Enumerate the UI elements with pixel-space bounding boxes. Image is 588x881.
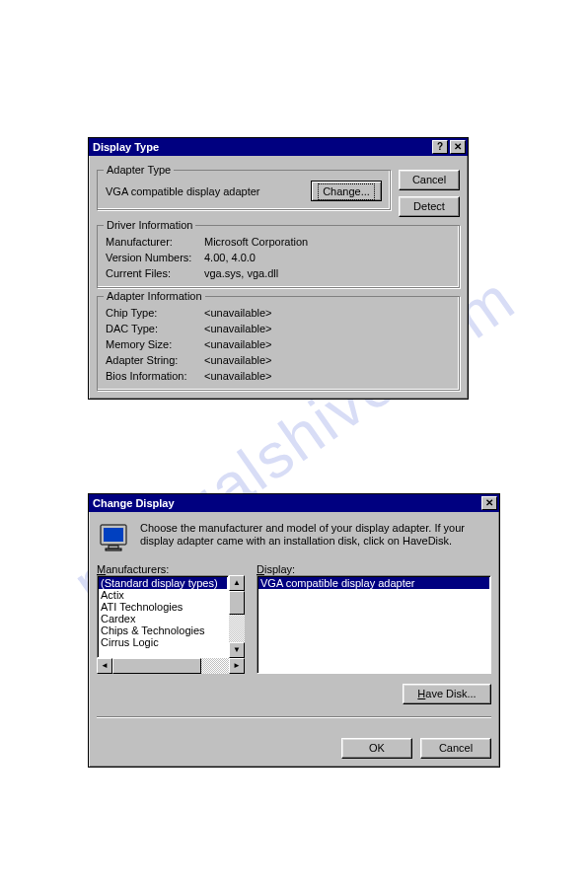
- chip-type-value: <unavailable>: [204, 307, 272, 319]
- list-item[interactable]: ATI Technologies: [99, 601, 227, 613]
- display-listbox[interactable]: VGA compatible display adapter: [257, 575, 491, 674]
- list-item[interactable]: Cirrus Logic: [99, 636, 227, 648]
- files-label: Current Files:: [106, 267, 204, 279]
- scroll-down-icon[interactable]: ▼: [229, 642, 245, 658]
- ok-button[interactable]: OK: [341, 738, 412, 759]
- group-title: Driver Information: [104, 219, 195, 231]
- scroll-up-icon[interactable]: ▲: [229, 575, 245, 591]
- version-label: Version Numbers:: [106, 252, 204, 263]
- scroll-left-icon[interactable]: ◄: [97, 658, 112, 674]
- cancel-button[interactable]: Cancel: [420, 738, 491, 759]
- dac-type-label: DAC Type:: [106, 323, 204, 334]
- intro-text: Choose the manufacturer and model of you…: [140, 522, 489, 553]
- scrollbar-horizontal[interactable]: ◄ ►: [97, 658, 245, 674]
- dac-type-value: <unavailable>: [204, 323, 272, 334]
- titlebar[interactable]: Change Display ✕: [89, 494, 499, 512]
- group-title: Adapter Information: [104, 290, 205, 302]
- manufacturer-label: Manufacturer:: [106, 236, 204, 248]
- version-value: 4.00, 4.0.0: [204, 252, 256, 263]
- change-button[interactable]: Change...: [311, 181, 382, 201]
- display-label: Display:: [257, 563, 491, 575]
- files-value: vga.sys, vga.dll: [204, 267, 278, 279]
- list-item[interactable]: Cardex: [99, 613, 227, 624]
- manufacturers-label: Manufacturers:: [97, 563, 245, 575]
- have-disk-button[interactable]: Have Disk...: [403, 684, 491, 704]
- bios-info-value: <unavailable>: [204, 370, 272, 382]
- bios-info-label: Bios Information:: [106, 370, 204, 382]
- help-icon[interactable]: ?: [432, 140, 448, 154]
- list-item[interactable]: Actix: [99, 589, 227, 601]
- close-icon[interactable]: ✕: [481, 496, 497, 510]
- scrollbar-vertical[interactable]: ▲ ▼: [229, 575, 245, 658]
- memory-size-label: Memory Size:: [106, 338, 204, 350]
- adapter-string-label: Adapter String:: [106, 354, 204, 366]
- manufacturers-listbox[interactable]: (Standard display types)ActixATI Technol…: [97, 575, 229, 658]
- display-type-dialog: Display Type ? ✕ Adapter Type VGA compat…: [88, 137, 469, 400]
- detect-button[interactable]: Detect: [399, 196, 460, 217]
- chip-type-label: Chip Type:: [106, 307, 204, 319]
- titlebar[interactable]: Display Type ? ✕: [89, 138, 468, 156]
- monitor-icon: [99, 522, 130, 553]
- dialog-title: Change Display: [93, 497, 479, 509]
- dialog-title: Display Type: [93, 141, 430, 153]
- driver-info-group: Driver Information Manufacturer:Microsof…: [97, 225, 460, 288]
- adapter-type-group: Adapter Type VGA compatible display adap…: [97, 170, 391, 210]
- adapter-string-value: <unavailable>: [204, 354, 272, 366]
- list-item[interactable]: (Standard display types): [99, 577, 227, 589]
- svg-rect-3: [106, 549, 121, 551]
- manufacturer-value: Microsoft Corporation: [204, 236, 308, 248]
- group-title: Adapter Type: [104, 164, 174, 176]
- cancel-button[interactable]: Cancel: [399, 170, 460, 190]
- adapter-type-text: VGA compatible display adapter: [106, 185, 311, 197]
- scroll-right-icon[interactable]: ►: [229, 658, 245, 674]
- close-icon[interactable]: ✕: [450, 140, 466, 154]
- adapter-info-group: Adapter Information Chip Type:<unavailab…: [97, 296, 460, 391]
- change-display-dialog: Change Display ✕ Choose the manufacturer…: [88, 493, 500, 768]
- list-item[interactable]: VGA compatible display adapter: [258, 577, 489, 589]
- svg-rect-1: [104, 528, 123, 542]
- list-item[interactable]: Chips & Technologies: [99, 624, 227, 636]
- memory-size-value: <unavailable>: [204, 338, 272, 350]
- separator: [97, 716, 491, 718]
